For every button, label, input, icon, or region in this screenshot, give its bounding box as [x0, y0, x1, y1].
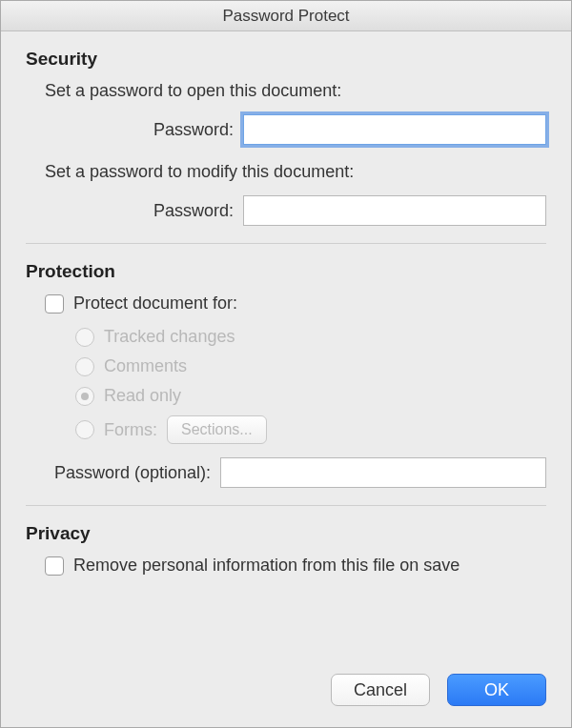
cancel-button[interactable]: Cancel [331, 674, 430, 706]
forms-radio [75, 420, 94, 439]
forms-label: Forms: [104, 420, 157, 440]
privacy-heading: Privacy [26, 523, 546, 544]
dialog-content: Security Set a password to open this doc… [1, 31, 571, 657]
open-password-input[interactable] [243, 114, 546, 145]
tracked-changes-radio [75, 328, 94, 347]
ok-button[interactable]: OK [447, 674, 546, 706]
remove-pii-label: Remove personal information from this fi… [73, 556, 460, 576]
open-password-label: Password: [45, 120, 243, 140]
tracked-changes-label: Tracked changes [104, 327, 235, 347]
modify-password-instruction: Set a password to modify this document: [45, 162, 546, 182]
divider [26, 505, 546, 506]
password-protect-dialog: Password Protect Security Set a password… [0, 0, 572, 728]
sections-button: Sections... [167, 415, 267, 444]
protection-heading: Protection [26, 261, 546, 282]
window-title: Password Protect [1, 1, 571, 31]
read-only-radio [75, 387, 94, 406]
protection-password-label: Password (optional): [54, 463, 211, 483]
comments-radio [75, 357, 94, 376]
divider [26, 243, 546, 244]
security-heading: Security [26, 49, 546, 70]
read-only-label: Read only [104, 386, 181, 406]
protect-document-label: Protect document for: [73, 293, 237, 313]
modify-password-label: Password: [45, 201, 243, 221]
protection-password-input[interactable] [220, 457, 546, 488]
dialog-buttonbar: Cancel OK [1, 657, 571, 727]
protect-document-checkbox[interactable] [45, 294, 64, 313]
comments-label: Comments [104, 356, 187, 376]
open-password-instruction: Set a password to open this document: [45, 81, 546, 101]
remove-pii-checkbox[interactable] [45, 556, 64, 576]
modify-password-input[interactable] [243, 195, 546, 226]
